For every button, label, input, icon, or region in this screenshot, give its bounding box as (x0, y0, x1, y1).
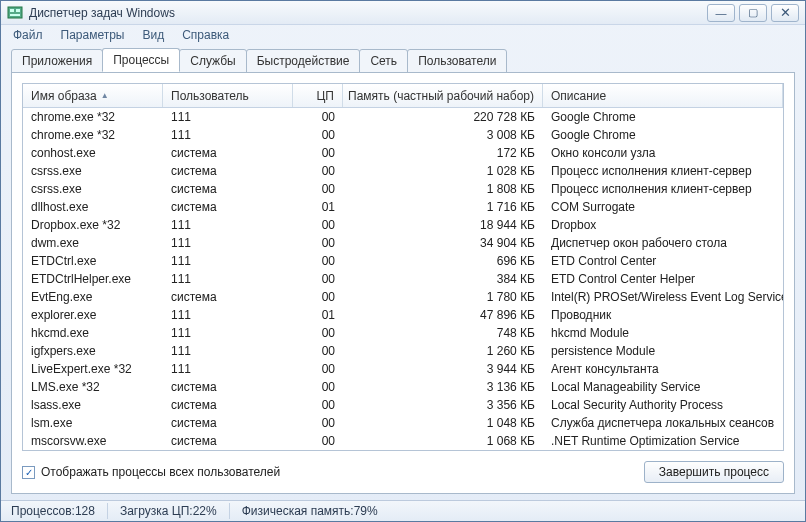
cell-cpu: 00 (293, 182, 343, 196)
close-button[interactable]: ✕ (771, 4, 799, 22)
svg-rect-0 (8, 7, 22, 18)
svg-rect-2 (16, 9, 20, 12)
cell-cpu: 00 (293, 236, 343, 250)
table-row[interactable]: lsm.exeсистема001 048 КБСлужба диспетчер… (23, 414, 783, 432)
cell-mem: 748 КБ (343, 326, 543, 340)
cell-image: mscorsvw.exe (23, 434, 163, 448)
titlebar[interactable]: Диспетчер задач Windows — ▢ ✕ (1, 1, 805, 25)
show-all-users-checkbox[interactable]: ✓ Отображать процессы всех пользователей (22, 465, 280, 479)
table-row[interactable]: csrss.exeсистема001 028 КБПроцесс исполн… (23, 162, 783, 180)
cell-image: explorer.exe (23, 308, 163, 322)
status-processes-label: Процессов: (11, 504, 75, 518)
cell-image: dllhost.exe (23, 200, 163, 214)
table-row[interactable]: explorer.exe1110147 896 КБПроводник (23, 306, 783, 324)
cell-user: 111 (163, 254, 293, 268)
tab-services[interactable]: Службы (179, 49, 246, 73)
table-row[interactable]: ETDCtrl.exe11100696 КБETD Control Center (23, 252, 783, 270)
cell-user: 111 (163, 362, 293, 376)
col-cpu[interactable]: ЦП (293, 84, 343, 107)
task-manager-window: Диспетчер задач Windows — ▢ ✕ Файл Парам… (0, 0, 806, 522)
table-row[interactable]: conhost.exeсистема00172 КБОкно консоли у… (23, 144, 783, 162)
tab-network[interactable]: Сеть (359, 49, 408, 73)
maximize-button[interactable]: ▢ (739, 4, 767, 22)
status-memory-label: Физическая память: (242, 504, 354, 518)
window-controls: — ▢ ✕ (707, 4, 799, 22)
cell-mem: 3 356 КБ (343, 398, 543, 412)
cell-cpu: 00 (293, 110, 343, 124)
cell-image: igfxpers.exe (23, 344, 163, 358)
table-row[interactable]: EvtEng.exeсистема001 780 КБIntel(R) PROS… (23, 288, 783, 306)
table-row[interactable]: chrome.exe *3211100220 728 КБGoogle Chro… (23, 108, 783, 126)
minimize-button[interactable]: — (707, 4, 735, 22)
table-row[interactable]: dllhost.exeсистема011 716 КБCOM Surrogat… (23, 198, 783, 216)
tabs: Приложения Процессы Службы Быстродействи… (1, 48, 805, 72)
table-row[interactable]: dwm.exe1110034 904 КБДиспетчер окон рабо… (23, 234, 783, 252)
cell-image: EvtEng.exe (23, 290, 163, 304)
tab-applications[interactable]: Приложения (11, 49, 103, 73)
cell-user: система (163, 398, 293, 412)
cell-mem: 172 КБ (343, 146, 543, 160)
menu-file[interactable]: Файл (5, 26, 51, 44)
col-memory[interactable]: Память (частный рабочий набор) (343, 84, 543, 107)
cell-mem: 3 944 КБ (343, 362, 543, 376)
cell-image: dwm.exe (23, 236, 163, 250)
menu-help[interactable]: Справка (174, 26, 237, 44)
cell-cpu: 00 (293, 164, 343, 178)
cell-desc: Процесс исполнения клиент-сервер (543, 182, 783, 196)
cell-mem: 1 780 КБ (343, 290, 543, 304)
table-row[interactable]: Dropbox.exe *321110018 944 КБDropbox (23, 216, 783, 234)
cell-user: система (163, 416, 293, 430)
app-icon (7, 5, 23, 21)
cell-cpu: 00 (293, 146, 343, 160)
col-image-name-label: Имя образа (31, 89, 97, 103)
table-row[interactable]: mscorsvw.exeсистема001 068 КБ.NET Runtim… (23, 432, 783, 450)
cell-user: 111 (163, 236, 293, 250)
svg-rect-1 (10, 9, 14, 12)
col-description[interactable]: Описание (543, 84, 783, 107)
table-row[interactable]: csrss.exeсистема001 808 КБПроцесс исполн… (23, 180, 783, 198)
cell-desc: Local Security Authority Process (543, 398, 783, 412)
table-row[interactable]: LiveExpert.exe *32111003 944 КБАгент кон… (23, 360, 783, 378)
table-row[interactable]: chrome.exe *32111003 008 КБGoogle Chrome (23, 126, 783, 144)
cell-image: conhost.exe (23, 146, 163, 160)
col-image-name[interactable]: Имя образа ▲ (23, 84, 163, 107)
table-row[interactable]: igfxpers.exe111001 260 КБpersistence Mod… (23, 342, 783, 360)
table-row[interactable]: lsass.exeсистема003 356 КБLocal Security… (23, 396, 783, 414)
tab-users[interactable]: Пользователи (407, 49, 507, 73)
tab-performance[interactable]: Быстродействие (246, 49, 361, 73)
cell-cpu: 00 (293, 362, 343, 376)
table-row[interactable]: LMS.exe *32система003 136 КБLocal Manage… (23, 378, 783, 396)
tab-processes[interactable]: Процессы (102, 48, 180, 72)
menu-options[interactable]: Параметры (53, 26, 133, 44)
menubar: Файл Параметры Вид Справка (1, 25, 805, 44)
table-row[interactable]: hkcmd.exe11100748 КБhkcmd Module (23, 324, 783, 342)
col-user[interactable]: Пользователь (163, 84, 293, 107)
cell-mem: 1 028 КБ (343, 164, 543, 178)
cell-image: Dropbox.exe *32 (23, 218, 163, 232)
cell-mem: 696 КБ (343, 254, 543, 268)
cell-user: система (163, 146, 293, 160)
cell-image: chrome.exe *32 (23, 128, 163, 142)
cell-user: система (163, 164, 293, 178)
cell-user: 111 (163, 326, 293, 340)
cell-desc: Google Chrome (543, 110, 783, 124)
cell-user: система (163, 380, 293, 394)
pane-footer: ✓ Отображать процессы всех пользователей… (22, 459, 784, 485)
cell-cpu: 00 (293, 434, 343, 448)
menu-view[interactable]: Вид (134, 26, 172, 44)
cell-cpu: 00 (293, 398, 343, 412)
cell-desc: Google Chrome (543, 128, 783, 142)
cell-mem: 1 068 КБ (343, 434, 543, 448)
cell-user: 111 (163, 272, 293, 286)
status-memory: Физическая память: 79% (242, 503, 390, 519)
table-body[interactable]: chrome.exe *3211100220 728 КБGoogle Chro… (23, 108, 783, 450)
cell-user: система (163, 434, 293, 448)
end-process-button[interactable]: Завершить процесс (644, 461, 784, 483)
table-row[interactable]: ETDCtrlHelper.exe11100384 КБETD Control … (23, 270, 783, 288)
window-title: Диспетчер задач Windows (29, 6, 707, 20)
cell-desc: .NET Runtime Optimization Service (543, 434, 783, 448)
svg-rect-3 (10, 14, 20, 16)
cell-desc: ETD Control Center (543, 254, 783, 268)
cell-cpu: 00 (293, 254, 343, 268)
process-table: Имя образа ▲ Пользователь ЦП Память (час… (22, 83, 784, 451)
